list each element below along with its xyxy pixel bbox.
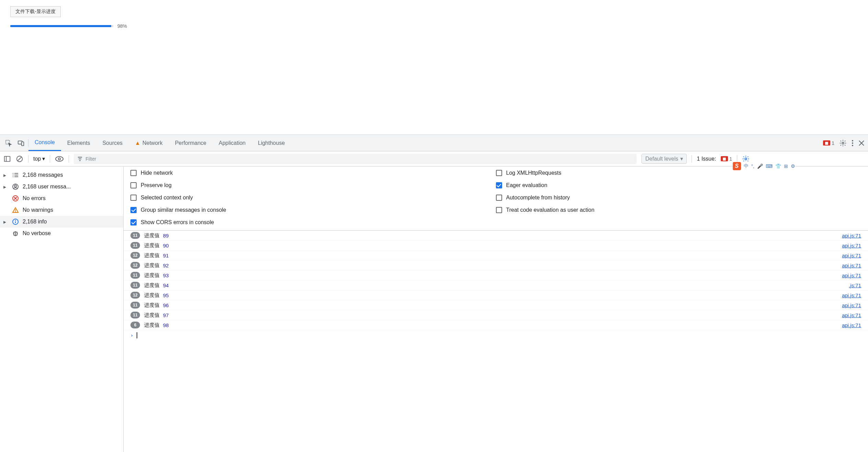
sidebar-toggle-icon[interactable] [3,155,11,163]
option-group-similar[interactable]: Group similar messages in console [130,207,496,213]
svg-rect-7 [4,156,10,161]
log-label: 进度值 [144,312,160,318]
svg-line-35 [17,235,18,235]
option-show-cors[interactable]: Show CORS errors in console [130,219,496,225]
sidebar-item-messages[interactable]: ▸ 2,168 messages [0,169,123,181]
log-source-link[interactable]: api.js:71 [842,302,861,308]
filter-input[interactable]: Filter [74,154,637,164]
ime-toolbox-icon[interactable]: ⊞ [784,166,788,169]
checkbox[interactable] [496,195,502,201]
clear-console-icon[interactable] [16,155,23,163]
log-source-link[interactable]: api.js:71 [842,312,861,318]
svg-point-27 [15,220,16,221]
ime-punct-icon[interactable]: °, [751,166,755,169]
console-log-area[interactable]: 11进度值89api.js:7111进度值90api.js:7112进度值91a… [124,231,868,452]
warning-icon [12,206,19,214]
svg-point-12 [58,158,60,160]
chevron-right-icon: ▸ [3,172,8,178]
log-row[interactable]: 11进度值93api.js:71 [124,270,868,280]
svg-line-32 [13,232,14,233]
log-label: 进度值 [144,282,160,289]
log-count-badge: 11 [130,282,140,289]
log-row[interactable]: 11进度值94.js:71 [124,280,868,290]
checkbox[interactable] [130,219,137,225]
ime-toolbar[interactable]: S 中 °, 🎤 ⌨ 👕 ⊞ ⚙ [733,166,796,171]
context-selector[interactable]: top▾ [33,155,45,162]
log-source-link[interactable]: api.js:71 [842,253,861,258]
tab-sources[interactable]: Sources [96,135,129,151]
option-treat-code[interactable]: Treat code evaluation as user action [496,207,861,213]
tab-application[interactable]: Application [212,135,252,151]
log-row[interactable]: 6进度值98api.js:71 [124,320,868,330]
log-row[interactable]: 11进度值97api.js:71 [124,310,868,320]
device-toggle-icon[interactable] [16,138,26,148]
checkbox[interactable] [496,182,502,188]
issue-indicator[interactable]: ◼1 [721,156,732,162]
checkbox[interactable] [496,207,502,213]
ime-lang-icon[interactable]: 中 [744,166,749,169]
close-icon[interactable] [858,140,865,146]
log-source-link[interactable]: api.js:71 [842,273,861,278]
checkbox[interactable] [130,207,137,213]
log-source-link[interactable]: api.js:71 [842,263,861,268]
inspect-icon[interactable] [3,138,14,148]
log-row[interactable]: 11进度值89api.js:71 [124,231,868,241]
log-row[interactable]: 12进度值92api.js:71 [124,260,868,270]
sidebar-item-info[interactable]: ▸ 2,168 info [0,216,123,228]
kebab-icon[interactable] [852,139,854,147]
log-row[interactable]: 11进度值96api.js:71 [124,300,868,310]
sidebar-item-errors[interactable]: No errors [0,193,123,204]
live-expression-icon[interactable] [55,156,64,162]
option-selected-context[interactable]: Selected context only [130,195,496,201]
svg-point-3 [842,142,844,144]
tab-performance[interactable]: Performance [169,135,213,151]
progress-row: 98% [10,23,858,29]
svg-rect-2 [22,142,24,146]
ime-mic-icon[interactable]: 🎤 [757,166,763,169]
bug-icon [12,230,19,237]
log-levels-selector[interactable]: Default levels▾ [641,154,687,164]
log-label: 进度值 [144,302,160,309]
ime-settings-icon[interactable]: ⚙ [791,166,795,169]
option-eager-eval[interactable]: Eager evaluation [496,182,861,188]
log-source-link[interactable]: .js:71 [849,282,861,288]
sogou-logo-icon[interactable]: S [733,166,741,170]
error-icon [12,195,19,202]
log-source-link[interactable]: api.js:71 [842,233,861,239]
option-hide-network[interactable]: Hide network [130,170,496,176]
errors-indicator[interactable]: ◼1 [823,140,834,146]
log-row[interactable]: 12进度值95api.js:71 [124,290,868,300]
tab-console[interactable]: Console [28,135,61,151]
svg-point-6 [852,145,853,146]
option-autocomplete[interactable]: Autocomplete from history [496,195,861,201]
error-badge-icon: ◼ [823,140,830,146]
log-row[interactable]: 11进度值90api.js:71 [124,241,868,251]
log-source-link[interactable]: api.js:71 [842,292,861,298]
checkbox[interactable] [130,170,137,176]
log-source-link[interactable]: api.js:71 [842,322,861,328]
checkbox[interactable] [496,170,502,176]
option-log-xhr[interactable]: Log XMLHttpRequests [496,170,861,176]
log-source-link[interactable]: api.js:71 [842,243,861,248]
info-icon [12,218,19,225]
log-value: 90 [163,243,169,248]
tab-elements[interactable]: Elements [61,135,96,151]
list-icon [12,171,19,179]
tab-lighthouse[interactable]: Lighthouse [252,135,291,151]
log-row[interactable]: 12进度值91api.js:71 [124,251,868,260]
svg-point-11 [56,157,63,161]
ime-skin-icon[interactable]: 👕 [775,166,781,169]
tab-network[interactable]: ▲Network [129,135,169,151]
svg-point-21 [14,185,16,187]
sidebar-item-user-messages[interactable]: ▸ 2,168 user messa... [0,181,123,193]
checkbox[interactable] [130,182,137,188]
checkbox[interactable] [130,195,137,201]
ime-keyboard-icon[interactable]: ⌨ [766,166,773,169]
download-button[interactable]: 文件下载-显示进度 [10,6,61,17]
settings-icon[interactable] [839,139,847,147]
svg-line-34 [13,235,14,235]
console-prompt[interactable]: › [124,330,868,340]
sidebar-item-verbose[interactable]: No verbose [0,228,123,239]
sidebar-item-warnings[interactable]: No warnings [0,204,123,216]
option-preserve-log[interactable]: Preserve log [130,182,496,188]
